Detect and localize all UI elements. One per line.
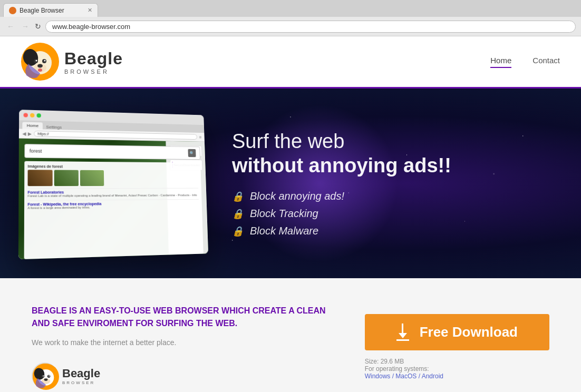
logo-brand: Beagle [64,49,123,68]
beagle-logo-small: Beagle BROWSER [32,362,333,389]
hero-text: Surf the web without annoying ads!! 🔒 Bl… [232,130,451,237]
mockup-dot-green [37,113,41,117]
hero-headline-line1: Surf the web [232,130,344,152]
beagle-logo-small-circle [32,362,58,389]
hero-section: Home Settings ◀ ▶ https:// ≡ forest 🔍 [0,89,581,278]
website: Beagle BROWSER Home Contact Home Setting [0,36,581,392]
lock-icon-1: 🔒 [232,191,244,202]
mockup-thumb-3 [80,170,104,186]
os-label: For operating systems: [365,365,443,373]
hero-feature-1-text: Block annoying ads! [250,190,344,202]
mockup-search-text: forest [30,148,42,153]
content-right: Free Download Size: 29.6 MB For operatin… [365,314,549,380]
mockup-result-2: Forest - Wikipedia, the free encyclopedi… [27,199,199,212]
address-bar: ← → ↻ [0,17,581,36]
beagle-small-sub: BROWSER [62,380,100,385]
hero-feature-1: 🔒 Block annoying ads! [232,190,451,202]
svg-point-19 [49,376,50,377]
mockup-dot-red [24,113,28,117]
svg-point-18 [43,376,44,377]
hero-headline-line2: without annoying ads!! [232,154,451,178]
browser-chrome: Beagle Browser ✕ ← → ↻ [0,0,581,36]
hero-feature-3: 🔒 Block Malware [232,225,451,237]
mockup-search-btn: 🔍 [188,149,196,157]
svg-point-15 [44,378,48,381]
mockup-thumb-1 [28,170,53,186]
mockup-result-images [28,170,199,186]
mockup-tab-active: Home [22,122,43,129]
svg-point-9 [44,60,46,62]
main-nav: Home Contact [490,56,560,68]
forward-button[interactable]: → [20,21,31,32]
mockup-result-1: Forest Laboratories Forest Lab is a stat… [27,188,198,200]
mockup-url-box: https:// [34,131,197,140]
url-input[interactable] [45,21,576,33]
lock-icon-2: 🔒 [232,208,244,220]
file-info: Size: 29.6 MB For operating systems: Win… [365,358,443,380]
logo-sub: BROWSER [64,68,123,75]
content-headline: BEAGLE IS AN EASY-TO-USE WEB BROWSER WHI… [32,305,333,330]
site-header: Beagle BROWSER Home Contact [0,36,581,89]
browser-mockup: Home Settings ◀ ▶ https:// ≡ forest 🔍 [18,110,208,259]
mockup-dot-yellow [30,113,34,117]
download-label: Free Download [420,324,518,340]
nav-contact[interactable]: Contact [532,56,560,68]
svg-point-8 [36,60,37,62]
tab-title: Beagle Browser [20,7,64,14]
logo-text-area: Beagle BROWSER [64,49,123,75]
hero-features: 🔒 Block annoying ads! 🔒 Block Tracking 🔒… [232,190,451,237]
lock-icon-3: 🔒 [232,226,244,237]
hero-feature-2-text: Block Tracking [250,208,318,220]
content-section: BEAGLE IS AN EASY-TO-USE WEB BROWSER WHI… [0,278,581,392]
arrow-base [396,339,409,341]
logo-icon [21,43,59,81]
mockup-thumb-2 [54,170,79,187]
beagle-logo-small-icon [33,364,59,390]
back-button[interactable]: ← [5,21,16,32]
mockup-result-images-title: Imágenes de forest [28,164,198,169]
beagle-logo-small-text: Beagle BROWSER [62,367,100,385]
mockup-search-box: forest 🔍 [24,144,200,160]
logo-area: Beagle BROWSER [21,43,123,81]
hero-feature-3-text: Block Malware [250,225,318,237]
hero-headline: Surf the web without annoying ads!! [232,130,451,178]
hero-feature-2: 🔒 Block Tracking [232,208,451,220]
tab-bar: Beagle Browser ✕ [0,0,581,17]
mockup-results: Imágenes de forest Forest Laboratories F… [24,161,204,259]
content-left: BEAGLE IS AN EASY-TO-USE WEB BROWSER WHI… [32,305,333,389]
content-subtext: We work to make the internet a better pl… [32,338,333,347]
nav-home[interactable]: Home [490,56,511,68]
svg-point-10 [38,68,42,72]
refresh-button[interactable]: ↻ [35,22,41,31]
tab-close-button[interactable]: ✕ [88,7,92,14]
arrow-head [399,333,407,338]
mockup-result-1-text: Forest Lab is a state of multiple operat… [27,193,198,199]
arrow-body [402,324,403,333]
svg-point-5 [37,64,43,68]
beagle-small-name: Beagle [62,367,100,380]
os-links[interactable]: Windows / MacOS / Android [365,373,443,380]
browser-tab[interactable]: Beagle Browser ✕ [3,3,98,17]
tab-favicon [9,7,16,14]
download-icon [396,324,409,341]
download-button[interactable]: Free Download [365,314,549,350]
mockup-content: forest 🔍 Imágenes de forest Fores [18,139,208,259]
file-size: Size: 29.6 MB [365,358,443,365]
mockup-window: Home Settings ◀ ▶ https:// ≡ forest 🔍 [18,110,208,259]
